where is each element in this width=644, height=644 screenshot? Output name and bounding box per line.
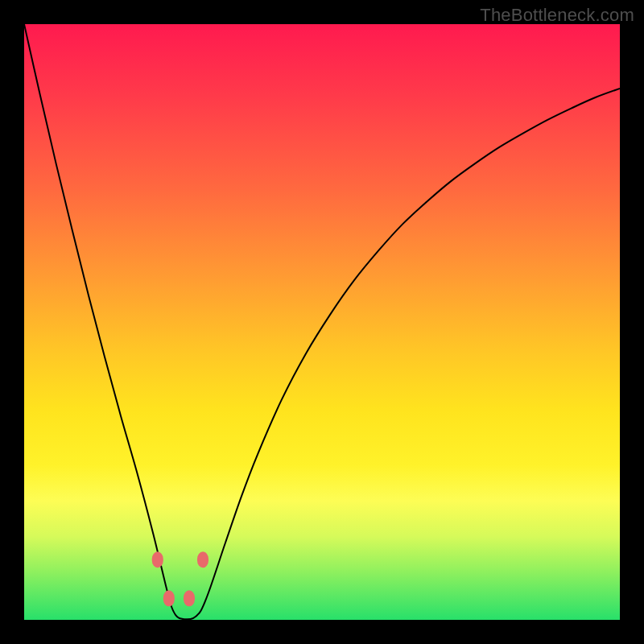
chart-plot-area xyxy=(24,24,620,620)
bottleneck-curve xyxy=(24,24,620,619)
threshold-marker xyxy=(163,590,175,606)
chart-frame: TheBottleneck.com xyxy=(0,0,644,644)
watermark-text: TheBottleneck.com xyxy=(480,5,634,26)
threshold-markers xyxy=(152,551,208,606)
threshold-marker xyxy=(197,551,208,568)
threshold-marker xyxy=(152,551,163,568)
chart-svg xyxy=(24,24,620,620)
threshold-marker xyxy=(184,590,195,606)
